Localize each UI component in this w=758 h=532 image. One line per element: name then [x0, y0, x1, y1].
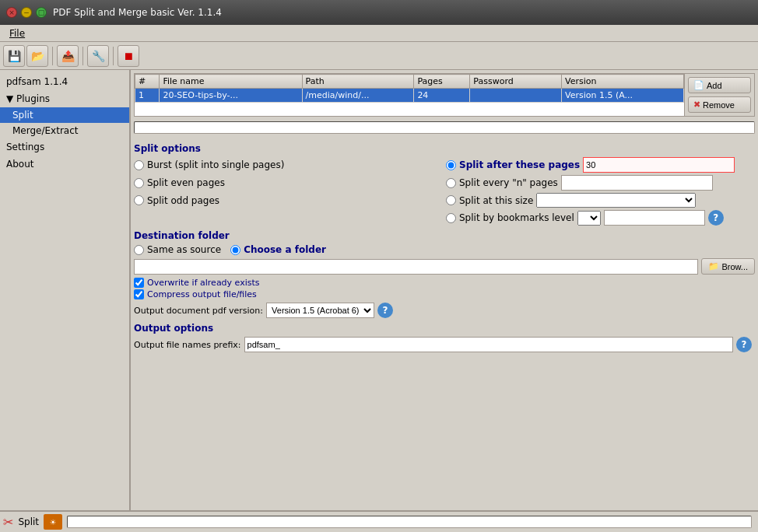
sidebar-item-merge[interactable]: Merge/Extract	[0, 123, 129, 138]
split-after-radio[interactable]	[446, 160, 456, 170]
same-as-source-radio[interactable]	[134, 245, 144, 255]
options-scroll[interactable]: Split options Burst (split into single p…	[131, 135, 758, 510]
sidebar-about-label: About	[6, 159, 33, 170]
sidebar-app-name: pdfsam 1.1.4	[0, 73, 129, 90]
split-odd-row: Split odd pages	[134, 195, 443, 206]
split-even-row: Split even pages	[134, 177, 443, 188]
toolbar-save-button[interactable]: 💾	[3, 45, 25, 67]
file-action-buttons: 📄 Add ✖ Remove	[684, 74, 754, 116]
remove-label: Remove	[703, 100, 735, 110]
add-icon: 📄	[693, 80, 704, 90]
menu-file-label: File	[9, 28, 25, 39]
split-odd-label[interactable]: Split odd pages	[147, 195, 219, 206]
split-bookmarks-row: Split by bookmarks level ?	[446, 210, 755, 226]
split-options-title: Split options	[134, 143, 755, 154]
overwrite-label[interactable]: Overwrite if already exists	[147, 278, 260, 288]
folder-path-input[interactable]	[134, 259, 698, 275]
status-logo: ☀	[44, 514, 62, 530]
split-every-n-radio[interactable]	[446, 178, 456, 188]
col-header-num: #	[135, 75, 160, 89]
same-as-source-label[interactable]: Same as source	[147, 244, 221, 255]
split-size-select[interactable]	[536, 193, 696, 208]
file-table: # File name Path Pages Password Version …	[135, 74, 684, 103]
split-every-n-input[interactable]	[561, 175, 713, 191]
choose-folder-radio[interactable]	[230, 245, 240, 255]
toolbar-open-button[interactable]: 📂	[26, 45, 48, 67]
split-bookmarks-level-select[interactable]	[577, 211, 601, 226]
col-header-path: Path	[302, 75, 414, 89]
toolbar-settings-button[interactable]: 🔧	[87, 45, 109, 67]
cell-pages: 24	[414, 89, 470, 103]
split-burst-radio[interactable]	[134, 160, 144, 170]
remove-button[interactable]: ✖ Remove	[688, 96, 751, 113]
col-header-password: Password	[470, 75, 562, 89]
split-after-row: Split after these pages	[446, 157, 755, 173]
progress-bar	[134, 121, 755, 134]
maximize-button[interactable]: □	[36, 7, 47, 18]
split-after-input[interactable]	[583, 157, 735, 173]
destination-title: Destination folder	[134, 230, 755, 241]
add-button[interactable]: 📄 Add	[688, 77, 751, 93]
add-label: Add	[707, 81, 722, 90]
split-size-radio[interactable]	[446, 195, 456, 205]
table-row[interactable]: 1 20-SEO-tips-by-... /media/wind/... 24 …	[135, 89, 684, 103]
toolbar-separator	[52, 47, 53, 65]
split-even-radio[interactable]	[134, 178, 144, 188]
split-every-n-label[interactable]: Split every "n" pages	[459, 177, 558, 188]
file-table-scroll[interactable]: # File name Path Pages Password Version …	[135, 74, 684, 116]
sidebar-merge-label: Merge/Extract	[12, 125, 78, 136]
toolbar-export-button[interactable]: 📤	[57, 45, 79, 67]
menubar: File	[0, 25, 758, 42]
split-odd-radio[interactable]	[134, 195, 144, 205]
version-select[interactable]: Version 1.5 (Acrobat 6) Version 1.0 Vers…	[266, 303, 374, 318]
close-button[interactable]: ×	[6, 7, 17, 18]
sidebar-split-label: Split	[12, 110, 33, 121]
col-header-version: Version	[562, 75, 684, 89]
cell-num: 1	[135, 89, 160, 103]
sidebar-settings-label: Settings	[6, 142, 44, 152]
cell-version: Version 1.5 (A...	[562, 89, 684, 103]
cell-filename: 20-SEO-tips-by-...	[160, 89, 302, 103]
version-row: Output document pdf version: Version 1.5…	[134, 303, 755, 318]
help-icon-dest[interactable]: ?	[377, 303, 393, 318]
split-bookmarks-radio[interactable]	[446, 213, 456, 223]
fill-from-doc-input[interactable]	[604, 210, 705, 226]
browse-label: Brow...	[721, 262, 748, 271]
minimize-button[interactable]: −	[21, 7, 32, 18]
prefix-input[interactable]	[244, 337, 733, 352]
split-size-row: Split at this size	[446, 193, 755, 208]
status-label: Split	[18, 516, 39, 527]
help-icon-split[interactable]: ?	[708, 210, 724, 226]
prefix-label: Output file names prefix:	[134, 340, 241, 350]
sidebar-item-settings[interactable]: Settings	[0, 138, 129, 156]
split-burst-label[interactable]: Burst (split into single pages)	[147, 159, 284, 170]
window-title: PDF Split and Merge basic Ver. 1.1.4	[53, 7, 752, 18]
toolbar: 💾 📂 📤 🔧 ⏹	[0, 42, 758, 70]
output-options-section: Output options Output file names prefix:…	[134, 323, 755, 352]
split-even-label[interactable]: Split even pages	[147, 177, 225, 188]
browse-button[interactable]: 📁 Brow...	[701, 258, 755, 275]
split-size-label[interactable]: Split at this size	[459, 195, 533, 206]
help-icon-output[interactable]: ?	[736, 337, 752, 352]
compress-label[interactable]: Compress output file/files	[147, 289, 257, 299]
prefix-row: Output file names prefix: ?	[134, 337, 755, 352]
split-after-label: Split after these pages	[459, 159, 580, 170]
sidebar-plugins-label: ▼ Plugins	[6, 93, 50, 104]
toolbar-separator-3	[113, 47, 114, 65]
sidebar-item-split[interactable]: Split	[0, 107, 129, 123]
col-header-filename: File name	[160, 75, 302, 89]
status-progress-bar	[67, 516, 752, 528]
compress-checkbox[interactable]	[134, 289, 144, 299]
choose-folder-label: Choose a folder	[244, 244, 326, 255]
split-bookmarks-label[interactable]: Split by bookmarks level	[459, 212, 574, 223]
sidebar-item-about[interactable]: About	[0, 156, 129, 173]
version-label: Output document pdf version:	[134, 306, 263, 316]
compress-row: Compress output file/files	[134, 289, 755, 299]
overwrite-checkbox[interactable]	[134, 278, 144, 288]
content-area: # File name Path Pages Password Version …	[131, 70, 758, 510]
menu-file[interactable]: File	[3, 26, 31, 40]
toolbar-stop-button[interactable]: ⏹	[118, 45, 139, 67]
split-every-n-row: Split every "n" pages	[446, 175, 755, 191]
browse-icon: 📁	[708, 261, 719, 271]
cell-password	[470, 89, 562, 103]
